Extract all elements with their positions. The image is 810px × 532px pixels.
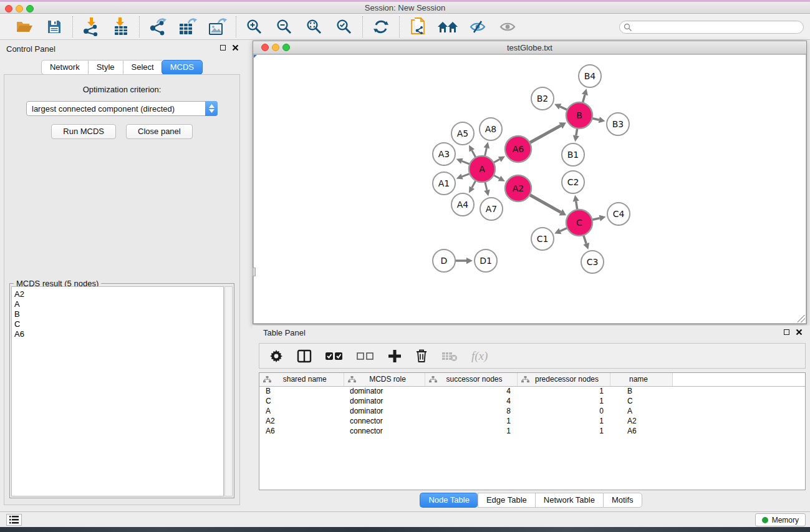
settings-icon[interactable]: [269, 349, 283, 363]
zoom-in-icon[interactable]: [244, 16, 265, 37]
delete-column-icon[interactable]: [415, 349, 428, 363]
graph-node-label: C2: [567, 177, 579, 187]
table-cell[interactable]: connector: [344, 426, 425, 436]
table-cell[interactable]: dominator: [344, 396, 425, 406]
run-mcds-button[interactable]: Run MCDS: [51, 124, 116, 139]
network-canvas[interactable]: A5A8A3AA1A4A7A6A2B2B4BB3B1C2C4CC1C3DD1: [253, 54, 806, 324]
table-cell[interactable]: 1: [517, 386, 610, 396]
split-columns-icon[interactable]: [297, 349, 312, 363]
tab-edge-table[interactable]: Edge Table: [478, 493, 535, 508]
table-cell[interactable]: connector: [344, 416, 425, 426]
mcds-result-item[interactable]: B: [14, 309, 223, 319]
mcds-result-item[interactable]: A: [14, 299, 223, 309]
graph-node-label: B2: [537, 94, 549, 104]
table-cell[interactable]: C: [610, 396, 672, 406]
column-header-MCDS-role[interactable]: MCDS role: [344, 373, 425, 386]
desktop-background: [0, 527, 810, 532]
tab-mcds[interactable]: MCDS: [162, 60, 203, 75]
apply-layout-icon[interactable]: [370, 16, 392, 37]
table-cell[interactable]: 0: [517, 406, 610, 416]
table-row[interactable]: A2connector11A2: [259, 416, 805, 426]
close-panel-button[interactable]: Close panel: [126, 124, 193, 139]
memory-button[interactable]: Memory: [755, 513, 806, 526]
tab-motifs[interactable]: Motifs: [603, 493, 642, 508]
hide-selected-icon[interactable]: [467, 16, 488, 37]
tab-select[interactable]: Select: [123, 60, 162, 75]
table-cell[interactable]: A2: [259, 416, 344, 426]
import-network-icon[interactable]: [80, 16, 102, 37]
show-hidden-icon[interactable]: [497, 16, 518, 37]
table-cell[interactable]: 1: [517, 426, 610, 436]
close-panel-icon[interactable]: [232, 44, 239, 51]
export-table-icon[interactable]: [177, 16, 198, 37]
table-row[interactable]: A6connector11A6: [259, 426, 805, 436]
show-all-icon[interactable]: [437, 16, 458, 37]
main-titlebar[interactable]: Session: New Session: [0, 2, 810, 14]
network-graph[interactable]: A5A8A3AA1A4A7A6A2B2B4BB3B1C2C4CC1C3DD1: [254, 55, 807, 324]
node-table[interactable]: shared nameMCDS rolesuccessor nodesprede…: [259, 372, 806, 490]
table-cell[interactable]: 1: [517, 396, 610, 406]
column-header-shared-name[interactable]: shared name: [259, 373, 344, 386]
zoom-fit-icon[interactable]: [304, 16, 325, 37]
zoom-selected-icon[interactable]: [334, 16, 355, 37]
tab-network-table[interactable]: Network Table: [535, 493, 603, 508]
column-hierarchy-icon: [348, 376, 356, 383]
float-table-panel-icon[interactable]: [784, 329, 789, 335]
search-input[interactable]: [632, 22, 803, 32]
mcds-result-list[interactable]: A2ABCA6: [11, 286, 224, 496]
table-cell[interactable]: A6: [259, 426, 344, 436]
column-header-successor-nodes[interactable]: successor nodes: [425, 373, 517, 386]
table-cell[interactable]: B: [259, 386, 344, 396]
function-builder-icon[interactable]: f(x): [471, 349, 488, 363]
table-cell[interactable]: 8: [425, 406, 517, 416]
table-cell[interactable]: 1: [425, 426, 517, 436]
zoom-out-icon[interactable]: [274, 16, 295, 37]
table-cell[interactable]: 1: [425, 416, 517, 426]
table-row[interactable]: Bdominator41B: [259, 386, 805, 396]
mcds-result-item[interactable]: C: [14, 319, 223, 329]
column-hierarchy-icon: [429, 376, 437, 383]
column-header-name[interactable]: name: [610, 373, 672, 386]
table-cell[interactable]: 1: [517, 416, 610, 426]
table-cell[interactable]: dominator: [344, 406, 425, 416]
add-column-icon[interactable]: [388, 349, 402, 363]
open-session-icon[interactable]: [14, 16, 35, 37]
table-cell[interactable]: 4: [425, 396, 517, 406]
import-table-icon[interactable]: [110, 16, 132, 37]
save-session-icon[interactable]: [44, 16, 65, 37]
table-cell[interactable]: A2: [610, 416, 672, 426]
deselect-all-icon[interactable]: [357, 352, 374, 360]
clone-network-icon[interactable]: [407, 16, 428, 37]
mcds-result-item[interactable]: A6: [14, 329, 223, 339]
criterion-select[interactable]: largest connected component (directed): [26, 101, 218, 116]
select-all-icon[interactable]: [325, 352, 343, 360]
window-resize-grip[interactable]: [798, 315, 805, 322]
network-window-titlebar[interactable]: testGlobe.txt: [253, 41, 806, 54]
graph-node-label: B: [576, 110, 582, 120]
table-cell[interactable]: B: [610, 386, 672, 396]
column-header-predecessor-nodes[interactable]: predecessor nodes: [517, 373, 610, 386]
export-network-icon[interactable]: [147, 16, 168, 37]
table-cell[interactable]: C: [259, 396, 344, 406]
task-history-button[interactable]: [6, 514, 22, 526]
table-cell[interactable]: A: [610, 406, 672, 416]
delete-table-icon[interactable]: [441, 351, 458, 362]
close-table-panel-icon[interactable]: [796, 329, 803, 336]
table-cell[interactable]: A6: [610, 426, 672, 436]
float-panel-icon[interactable]: [220, 45, 226, 51]
table-cell[interactable]: dominator: [344, 386, 425, 396]
search-field[interactable]: [619, 21, 804, 34]
table-row[interactable]: Cdominator41C: [259, 396, 805, 406]
table-row[interactable]: Adominator80A: [259, 406, 805, 416]
column-label: name: [610, 375, 672, 384]
table-cell[interactable]: 4: [425, 386, 517, 396]
graph-edge-arrowhead: [582, 89, 588, 95]
export-image-icon[interactable]: [207, 16, 228, 37]
tab-network[interactable]: Network: [41, 60, 88, 75]
result-scrollbar[interactable]: [224, 286, 233, 496]
divider-grip[interactable]: [253, 268, 256, 276]
tab-node-table[interactable]: Node Table: [420, 493, 478, 508]
table-cell[interactable]: A: [259, 406, 344, 416]
mcds-result-item[interactable]: A2: [14, 289, 223, 299]
tab-style[interactable]: Style: [88, 60, 123, 75]
